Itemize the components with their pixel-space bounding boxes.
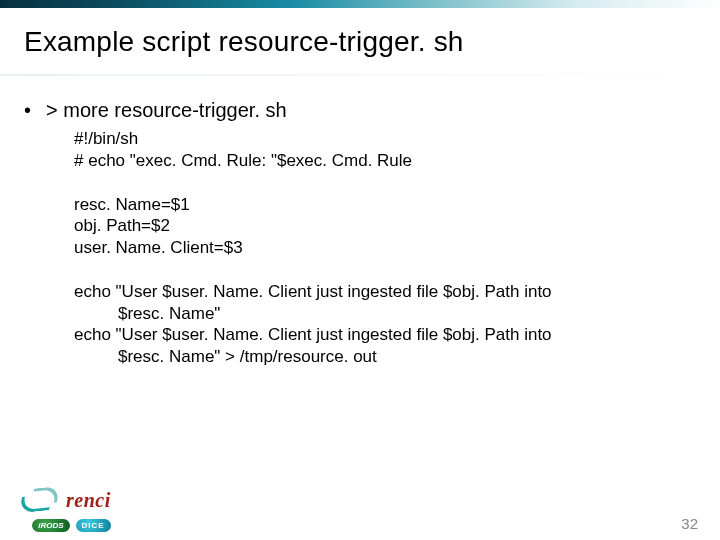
code-line: echo "User $user. Name. Client just inge… [74, 281, 696, 303]
slide: Example script resource-trigger. sh • > … [0, 0, 720, 540]
code-line: #!/bin/sh [74, 128, 696, 150]
bullet-text: > more resource-trigger. sh [46, 98, 287, 122]
renci-text: renci [66, 489, 111, 512]
code-block-3: echo "User $user. Name. Client just inge… [74, 281, 696, 368]
code-line-indent: $resc. Name" > /tmp/resource. out [74, 346, 696, 368]
top-accent-bar [0, 0, 720, 8]
code-line-indent: $resc. Name" [74, 303, 696, 325]
bullet-marker: • [24, 98, 46, 122]
code-block: #!/bin/sh # echo "exec. Cmd. Rule: "$exe… [24, 128, 696, 368]
renci-swoosh-icon [16, 485, 62, 515]
footer-badges: iRODS DICE [32, 519, 110, 532]
slide-content: • > more resource-trigger. sh #!/bin/sh … [0, 76, 720, 368]
page-number: 32 [681, 515, 698, 532]
code-line: echo "User $user. Name. Client just inge… [74, 324, 696, 346]
code-line: # echo "exec. Cmd. Rule: "$exec. Cmd. Ru… [74, 150, 696, 172]
code-line: obj. Path=$2 [74, 215, 696, 237]
footer-logos: renci iRODS DICE [14, 485, 111, 532]
code-block-1: #!/bin/sh # echo "exec. Cmd. Rule: "$exe… [74, 128, 696, 172]
footer: renci iRODS DICE 32 [0, 485, 720, 532]
slide-title: Example script resource-trigger. sh [0, 8, 720, 68]
code-line: resc. Name=$1 [74, 194, 696, 216]
code-line: user. Name. Client=$3 [74, 237, 696, 259]
dice-badge: DICE [76, 519, 111, 532]
bullet-item: • > more resource-trigger. sh [24, 98, 696, 122]
code-block-2: resc. Name=$1 obj. Path=$2 user. Name. C… [74, 194, 696, 259]
renci-logo: renci [16, 485, 111, 515]
irods-badge: iRODS [32, 519, 69, 532]
